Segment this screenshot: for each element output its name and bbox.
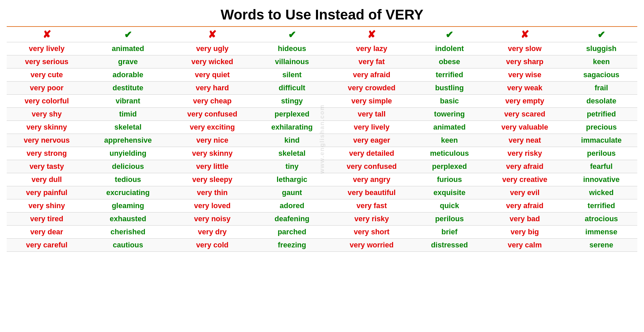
table-cell: terrified	[415, 68, 484, 82]
check-icon-3: ✔	[445, 30, 453, 40]
table-cell: sagacious	[566, 68, 637, 82]
table-cell: tiny	[255, 160, 328, 173]
words-table: ✘ ✔ ✘ ✔ ✘ ✔ ✘ ✔ very livelyanimatedvery …	[7, 26, 637, 252]
table-row: very dearcherishedvery dryparchedvery sh…	[7, 226, 637, 239]
table-row: very colorfulvibrantvery cheapstingyvery…	[7, 95, 637, 108]
table-cell: animated	[415, 121, 484, 134]
col-header-1: ✘	[7, 27, 87, 42]
col-header-7: ✘	[484, 27, 565, 42]
table-row: very carefulcautiousvery coldfreezingver…	[7, 239, 637, 252]
main-table-container: ✘ ✔ ✘ ✔ ✘ ✔ ✘ ✔ very livelyanimatedvery …	[7, 26, 637, 252]
table-cell: atrocious	[566, 212, 637, 226]
table-cell: basic	[415, 95, 484, 108]
table-cell: animated	[87, 42, 169, 55]
table-row: very cuteadorablevery quietsilentvery af…	[7, 68, 637, 82]
table-row: very poordestitutevery harddifficultvery…	[7, 82, 637, 95]
table-cell: perplexed	[255, 108, 328, 121]
table-cell: very empty	[484, 95, 565, 108]
table-cell: tedious	[87, 173, 169, 186]
table-cell: bustling	[415, 82, 484, 95]
table-cell: skeletal	[255, 147, 328, 160]
table-cell: very cute	[7, 68, 87, 82]
table-cell: exhilarating	[255, 121, 328, 134]
table-cell: very nervous	[7, 134, 87, 147]
table-cell: grave	[87, 55, 169, 68]
col-header-5: ✘	[328, 27, 415, 42]
table-cell: cherished	[87, 226, 169, 239]
check-icon-1: ✔	[124, 30, 132, 40]
table-cell: very big	[484, 226, 565, 239]
table-cell: very lively	[328, 121, 415, 134]
table-cell: very weak	[484, 82, 565, 95]
table-row: very tiredexhaustedvery noisydeafeningve…	[7, 212, 637, 226]
table-cell: indolent	[415, 42, 484, 55]
table-cell: very slow	[484, 42, 565, 55]
cross-icon-3: ✘	[367, 29, 376, 40]
table-cell: kind	[255, 134, 328, 147]
table-body: very livelyanimatedvery uglyhideousvery …	[7, 42, 637, 252]
table-cell: very little	[169, 160, 255, 173]
table-cell: very skinny	[7, 121, 87, 134]
table-cell: very evil	[484, 186, 565, 199]
table-cell: very scared	[484, 108, 565, 121]
col-header-2: ✔	[87, 27, 169, 42]
table-cell: very afraid	[484, 199, 565, 212]
table-cell: distressed	[415, 239, 484, 252]
table-cell: very serious	[7, 55, 87, 68]
table-cell: terrified	[566, 199, 637, 212]
cross-icon-1: ✘	[43, 29, 51, 40]
table-cell: immense	[566, 226, 637, 239]
table-cell: very beautiful	[328, 186, 415, 199]
table-cell: perilous	[415, 212, 484, 226]
table-cell: very careful	[7, 239, 87, 252]
table-cell: very wicked	[169, 55, 255, 68]
table-cell: quick	[415, 199, 484, 212]
table-cell: furious	[415, 173, 484, 186]
table-cell: very thin	[169, 186, 255, 199]
table-row: very skinnyskeletalvery excitingexhilara…	[7, 121, 637, 134]
table-cell: timid	[87, 108, 169, 121]
table-cell: precious	[566, 121, 637, 134]
col-header-4: ✔	[255, 27, 328, 42]
table-cell: very lively	[7, 42, 87, 55]
table-cell: very neat	[484, 134, 565, 147]
table-cell: very loved	[169, 199, 255, 212]
table-cell: brief	[415, 226, 484, 239]
table-cell: very fast	[328, 199, 415, 212]
table-row: very seriousgravevery wickedvillainousve…	[7, 55, 637, 68]
table-cell: unyielding	[87, 147, 169, 160]
table-cell: lethargic	[255, 173, 328, 186]
col-header-3: ✘	[169, 27, 255, 42]
table-cell: skeletal	[87, 121, 169, 134]
table-row: very strongunyieldingvery skinnyskeletal…	[7, 147, 637, 160]
table-cell: very lazy	[328, 42, 415, 55]
table-cell: gaunt	[255, 186, 328, 199]
table-cell: very exciting	[169, 121, 255, 134]
table-cell: very wise	[484, 68, 565, 82]
table-cell: deafening	[255, 212, 328, 226]
table-row: very shytimidvery confusedperplexedvery …	[7, 108, 637, 121]
cross-icon-4: ✘	[521, 29, 529, 40]
table-cell: very detailed	[328, 147, 415, 160]
table-cell: silent	[255, 68, 328, 82]
table-cell: very noisy	[169, 212, 255, 226]
table-cell: vibrant	[87, 95, 169, 108]
cross-icon-2: ✘	[208, 29, 216, 40]
table-cell: desolate	[566, 95, 637, 108]
table-cell: perilous	[566, 147, 637, 160]
table-cell: apprehensive	[87, 134, 169, 147]
header-row: ✘ ✔ ✘ ✔ ✘ ✔ ✘ ✔	[7, 27, 637, 42]
table-cell: very eager	[328, 134, 415, 147]
table-cell: very tired	[7, 212, 87, 226]
table-cell: towering	[415, 108, 484, 121]
table-cell: freezing	[255, 239, 328, 252]
table-cell: very simple	[328, 95, 415, 108]
table-cell: villainous	[255, 55, 328, 68]
table-cell: very quiet	[169, 68, 255, 82]
table-cell: very sharp	[484, 55, 565, 68]
table-cell: very creative	[484, 173, 565, 186]
table-cell: sluggish	[566, 42, 637, 55]
col-header-8: ✔	[566, 27, 637, 42]
table-cell: wicked	[566, 186, 637, 199]
table-cell: innovative	[566, 173, 637, 186]
